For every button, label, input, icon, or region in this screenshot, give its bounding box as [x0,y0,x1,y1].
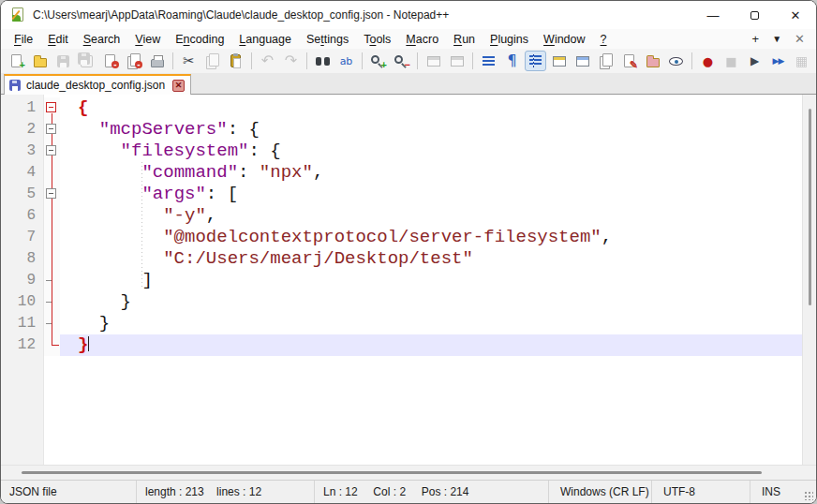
macro-run-multiple-button[interactable]: ▶▶ [767,51,789,71]
show-all-characters-button[interactable]: ¶ [501,51,523,71]
line-number[interactable]: 1 [1,97,44,119]
macro-stop-button[interactable]: ■ [720,51,742,71]
resize-grip[interactable] [799,481,816,503]
fold-margin[interactable] [44,205,60,227]
cut-button[interactable]: ✂ [178,51,200,71]
fold-margin[interactable] [44,270,60,291]
menu-item-run[interactable]: Run [446,31,483,48]
status-cursor-position-label: Ln : 12 Col : 2 Pos : 214 [323,485,468,498]
sync-horizontal-scrolling-button[interactable] [446,51,468,71]
line-number[interactable]: 12 [1,334,44,356]
menu-item-plugins[interactable]: Plugins [483,31,536,48]
fold-margin[interactable] [44,313,60,334]
code-text[interactable]: "mcpServers": { [60,119,802,141]
code-text[interactable]: "filesystem": { [60,141,802,162]
code-text[interactable]: "@modelcontextprotocol/server-filesystem… [60,227,802,248]
save-all-button[interactable] [76,51,97,71]
close-button[interactable]: - [99,51,121,71]
code-text[interactable]: } [60,291,802,313]
word-wrap-button[interactable] [478,51,499,71]
redo-button[interactable]: ↷ [280,51,302,71]
find-button[interactable] [312,51,334,71]
horizontal-scrollbar-thumb[interactable] [22,471,762,474]
macro-record-button[interactable]: ● [697,51,719,71]
fold-collapse-box[interactable] [46,145,56,156]
fold-margin[interactable] [44,334,60,356]
menubar-close-button[interactable]: ✕ [795,33,805,45]
sync-vertical-scrolling-button[interactable] [423,51,444,71]
code-area[interactable]: 1{2 "mcpServers": {3 "filesystem": {4 "c… [1,95,802,465]
close-all-button[interactable]: - [123,51,144,71]
zoom-in-button[interactable]: + [367,51,389,71]
fold-margin[interactable] [44,97,60,119]
line-number[interactable]: 11 [1,313,44,334]
new-file-button[interactable]: + [6,51,27,71]
code-text[interactable]: } [60,334,802,356]
menu-item-search[interactable]: Search [76,31,128,48]
code-text[interactable]: "command": "npx", [60,162,802,184]
menu-item-tools[interactable]: Tools [356,31,398,48]
fold-collapse-box[interactable] [46,102,56,112]
fold-collapse-box[interactable] [46,188,56,199]
macro-play-button[interactable]: ▶ [744,51,765,71]
fold-margin[interactable] [44,184,60,205]
paste-button[interactable] [225,51,246,71]
macro-save-button[interactable]: ▦ [791,51,812,71]
menu-item-help[interactable]: ? [593,31,615,48]
code-text[interactable]: "-y", [60,205,802,227]
indent-guide-button[interactable] [525,51,546,71]
line-number[interactable]: 4 [1,162,44,184]
line-number[interactable]: 10 [1,291,44,313]
menu-item-window[interactable]: Window [536,31,592,48]
document-list-button[interactable] [595,51,616,71]
maximize-button[interactable] [734,1,775,29]
fold-margin[interactable] [44,119,60,141]
code-text[interactable]: } [60,313,802,334]
minimize-button[interactable]: — [692,1,734,29]
fold-margin[interactable] [44,162,60,184]
line-number[interactable]: 7 [1,227,44,248]
fold-margin[interactable] [44,291,60,313]
line-number[interactable]: 8 [1,248,44,270]
menu-item-view[interactable]: View [127,31,168,48]
line-number[interactable]: 3 [1,141,44,162]
menu-item-language[interactable]: Language [231,31,299,48]
code-text[interactable]: "args": [ [60,184,802,205]
menubar-plus-button[interactable]: + [752,33,760,45]
code-text[interactable]: { [60,97,802,119]
line-number[interactable]: 9 [1,270,44,291]
monitoring-button[interactable] [665,51,687,71]
menu-item-settings[interactable]: Settings [299,31,356,48]
define-language-button[interactable] [548,51,570,71]
folder-as-workspace-button[interactable] [642,51,663,71]
horizontal-scrollbar[interactable] [1,465,816,480]
tab-close-button[interactable]: ✕ [172,80,185,92]
copy-button[interactable] [201,51,223,71]
menubar-dropdown-button[interactable]: ▼ [772,35,781,44]
menu-item-macro[interactable]: Macro [398,31,446,48]
menu-item-file[interactable]: File [7,31,40,48]
fold-margin[interactable] [44,248,60,270]
document-map-button[interactable] [572,51,593,71]
save-button[interactable] [52,51,74,71]
code-text[interactable]: ] [60,270,802,291]
line-number[interactable]: 5 [1,184,44,205]
tab-claude-desktop-config[interactable]: claude_desktop_config.json ✕ [4,74,191,95]
vertical-scrollbar[interactable] [802,95,816,465]
fold-margin[interactable] [44,141,60,162]
function-list-button[interactable]: ✎ [618,51,640,71]
open-file-button[interactable] [29,51,51,71]
menu-item-edit[interactable]: Edit [40,31,76,48]
print-button[interactable] [146,51,168,71]
undo-button[interactable]: ↶ [257,51,278,71]
menu-item-encoding[interactable]: Encoding [168,31,231,48]
replace-button[interactable]: ab [335,51,357,71]
line-number[interactable]: 6 [1,205,44,227]
fold-collapse-box[interactable] [46,124,56,134]
vertical-scrollbar-thumb[interactable] [809,109,811,305]
line-number[interactable]: 2 [1,119,44,141]
code-text[interactable]: "C:/Users/mearj/Desktop/test" [60,248,802,270]
close-button[interactable]: ✕ [775,1,816,29]
fold-margin[interactable] [44,227,60,248]
zoom-out-button[interactable]: − [391,51,412,71]
